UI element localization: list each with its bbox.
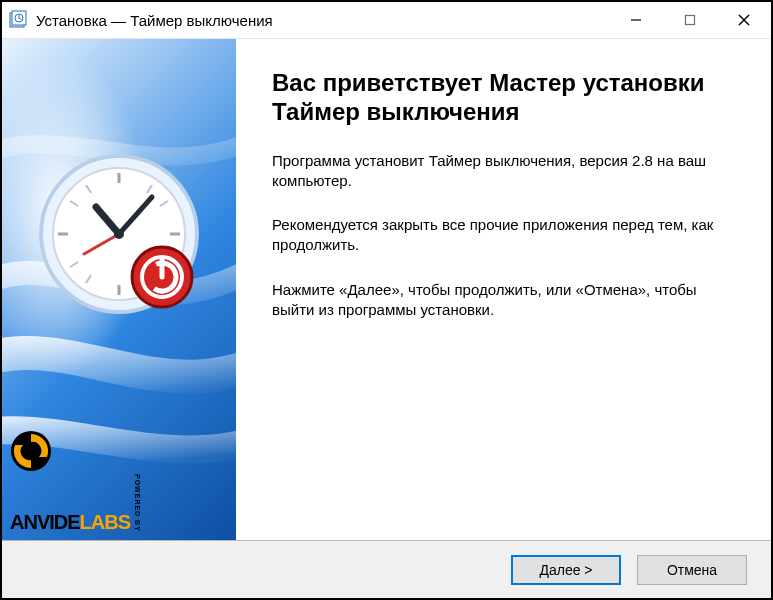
maximize-button[interactable] [663, 2, 717, 38]
brand-powered-by: POWERED BY [134, 474, 141, 532]
client-area: ANVIDELABS POWERED BY Вас приветствует М… [2, 39, 771, 598]
page-title: Вас приветствует Мастер установки Таймер… [272, 69, 735, 127]
svg-point-26 [114, 229, 124, 239]
intro-paragraph-1: Программа установит Таймер выключения, в… [272, 151, 735, 192]
brand-word-2: LABS [80, 511, 130, 533]
side-banner: ANVIDELABS POWERED BY [2, 39, 236, 540]
close-button[interactable] [717, 2, 771, 38]
brand-mark-icon [10, 430, 52, 472]
brand-word-1: ANVIDE [10, 511, 80, 533]
next-button[interactable]: Далее > [511, 555, 621, 585]
intro-paragraph-3: Нажмите «Далее», чтобы продолжить, или «… [272, 280, 735, 321]
wizard-content: Вас приветствует Мастер установки Таймер… [236, 39, 771, 540]
clock-illustration [34, 149, 204, 322]
titlebar: Установка — Таймер выключения [2, 2, 771, 39]
intro-paragraph-2: Рекомендуется закрыть все прочие приложе… [272, 215, 735, 256]
svg-rect-6 [686, 16, 695, 25]
power-overlay-icon [132, 247, 192, 307]
app-icon [8, 10, 28, 30]
window-title: Установка — Таймер выключения [36, 12, 609, 29]
wizard-footer: Далее > Отмена [2, 540, 771, 598]
brand-logo: ANVIDELABS POWERED BY [10, 430, 141, 532]
installer-window: Установка — Таймер выключения [0, 0, 773, 600]
cancel-button[interactable]: Отмена [637, 555, 747, 585]
minimize-button[interactable] [609, 2, 663, 38]
